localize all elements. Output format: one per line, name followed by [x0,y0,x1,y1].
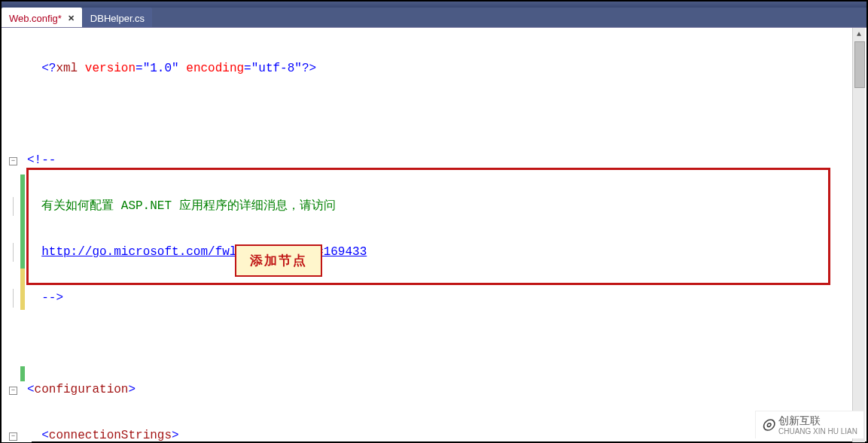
gutter [2,28,20,442]
ide-window: Web.config* ✕ DBHelper.cs <?xml version=… [0,0,868,443]
tab-label: Web.config* [9,13,62,24]
code-line[interactable]: <?xml version="1.0" encoding="utf-8"?> [27,59,853,78]
close-icon[interactable]: ✕ [68,14,75,23]
fold-toggle[interactable]: − [9,157,17,165]
watermark-brand: 创新互联 [778,414,857,428]
annotation-label: 添加节点 [235,244,322,277]
watermark: ⦾ 创新互联 CHUANG XIN HU LIAN [755,411,863,438]
code-line[interactable]: − <connectionStrings> [27,426,853,442]
tab-web-config[interactable]: Web.config* ✕ [2,8,82,27]
fold-toggle[interactable]: − [9,387,17,395]
scroll-up-icon[interactable]: ▲ [853,28,865,40]
titlebar [2,2,866,8]
watermark-logo-icon: ⦾ [762,417,774,434]
unsaved-marker [20,269,25,310]
tabbar: Web.config* ✕ DBHelper.cs [2,8,866,28]
tab-dbhelper[interactable]: DBHelper.cs [83,8,152,27]
watermark-sub: CHUANG XIN HU LIAN [778,428,857,435]
vertical-scrollbar[interactable]: ▲ ▼ [852,28,865,442]
modified-marker [20,174,25,269]
annotation-box [26,168,830,285]
code-line[interactable]: --> [27,289,853,308]
code-editor[interactable]: <?xml version="1.0" encoding="utf-8"?> −… [2,28,866,442]
modified-marker [20,366,25,381]
fold-toggle[interactable]: − [9,432,17,441]
code-line[interactable]: −<configuration> [27,381,853,399]
tab-label: DBHelper.cs [90,13,145,24]
code-line[interactable] [27,105,853,124]
code-line[interactable] [27,335,853,353]
scrollbar-thumb[interactable] [854,41,865,88]
